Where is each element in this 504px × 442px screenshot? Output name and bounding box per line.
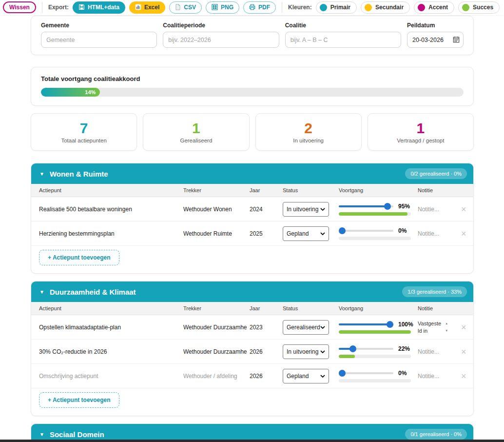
- add-actiepunt-button[interactable]: + Actiepunt toevoegen: [39, 392, 119, 408]
- col-header-trekker: Trekker: [183, 305, 250, 311]
- progress-percent-label: 95%: [398, 203, 410, 210]
- succes-label: Succes: [473, 4, 493, 11]
- wissen-button[interactable]: Wissen: [3, 1, 36, 13]
- jaar-cell[interactable]: 2026: [250, 373, 283, 380]
- section-header-duurzaamheid[interactable]: ▼ Duurzaamheid & Klimaat 1/3 gerealiseer…: [31, 281, 473, 302]
- chevron-down-icon: [320, 208, 325, 211]
- jaar-cell[interactable]: 2023: [250, 324, 283, 331]
- col-header-notitie: Notitie: [418, 305, 461, 311]
- export-pdf-label: PDF: [258, 4, 270, 10]
- slider-thumb[interactable]: [384, 203, 391, 210]
- export-pdf-button[interactable]: PDF: [243, 1, 276, 14]
- jaar-cell[interactable]: 2024: [250, 206, 283, 213]
- delete-row-button[interactable]: ×: [461, 323, 466, 332]
- coalitie-input[interactable]: [285, 32, 401, 48]
- toolbar-divider: [282, 2, 282, 13]
- notitie-input[interactable]: [418, 373, 453, 380]
- notitie-input[interactable]: [418, 230, 453, 237]
- voortgang-cell: 100%: [339, 321, 418, 334]
- stat-card-vertraagd: 1 Vertraagd / gestopt: [368, 113, 474, 151]
- status-value: In uitvoering: [287, 206, 318, 213]
- trekker-cell[interactable]: Wethouder Duurzaamhe: [183, 324, 250, 331]
- actiepunt-cell[interactable]: 30% CO₂-reductie in 2026: [39, 348, 183, 355]
- status-select[interactable]: Gepland: [283, 226, 329, 241]
- status-value: Gepland: [287, 230, 309, 237]
- notitie-textarea[interactable]: Vastgesteld in ▲▼: [418, 320, 461, 335]
- export-csv-button[interactable]: CSV: [169, 1, 202, 14]
- export-png-label: PNG: [221, 4, 233, 10]
- coalitieperiode-input[interactable]: [163, 32, 279, 48]
- calendar-icon[interactable]: [453, 36, 460, 45]
- actiepunt-cell[interactable]: Opstellen klimaatadaptatie-plan: [39, 324, 183, 331]
- export-label: Export:: [48, 4, 69, 11]
- kleuren-label: Kleuren:: [288, 4, 312, 11]
- delete-row-button[interactable]: ×: [461, 229, 466, 238]
- actiepunt-cell[interactable]: Herziening bestemmingsplan: [39, 230, 183, 237]
- slider-thumb[interactable]: [387, 321, 393, 328]
- slider-thumb[interactable]: [349, 345, 356, 352]
- status-select[interactable]: In uitvoering: [283, 344, 329, 359]
- section-header-wonen[interactable]: ▼ Wonen & Ruimte 0/2 gerealiseerd · 0%: [31, 163, 473, 184]
- collapse-triangle-icon: ▼: [39, 432, 44, 437]
- export-html-button[interactable]: HTML+data: [73, 1, 125, 14]
- progress-slider[interactable]: [339, 370, 393, 377]
- total-progress-title: Totale voortgang coalitieakkoord: [41, 75, 464, 82]
- slider-thumb[interactable]: [339, 227, 346, 234]
- color-swatch-primair[interactable]: Primair: [316, 1, 357, 14]
- trekker-cell[interactable]: Wethouder Wonen: [183, 206, 250, 213]
- actiepunt-cell[interactable]: Realisatie 500 betaalbare woningen: [39, 206, 183, 213]
- trekker-cell[interactable]: Wethouder / afdeling: [183, 373, 250, 380]
- scroll-up-icon[interactable]: ▲: [445, 322, 448, 325]
- peildatum-field-group: Peildatum: [407, 22, 464, 48]
- status-select[interactable]: Gepland: [283, 369, 329, 383]
- coalitie-field-group: Coalitie: [285, 22, 401, 48]
- col-header-trekker: Trekker: [183, 187, 250, 193]
- slider-thumb[interactable]: [339, 370, 346, 377]
- voortgang-cell: 0%: [339, 227, 418, 240]
- progress-slider[interactable]: [339, 321, 393, 328]
- export-html-label: HTML+data: [88, 4, 119, 10]
- trekker-cell[interactable]: Wethouder Duurzaamhe: [183, 348, 250, 355]
- table-header-row: Actiepunt Trekker Jaar Status Voortgang …: [31, 302, 473, 315]
- color-swatch-accent[interactable]: Accent: [414, 1, 454, 14]
- scroll-down-icon[interactable]: ▼: [445, 329, 448, 333]
- progress-percent-label: 100%: [398, 321, 413, 328]
- bar-chart-icon: [135, 4, 141, 11]
- color-swatch-secundair[interactable]: Secundair: [361, 1, 410, 14]
- delete-row-button[interactable]: ×: [461, 205, 466, 214]
- progress-slider[interactable]: [339, 345, 393, 352]
- jaar-cell[interactable]: 2025: [250, 230, 283, 237]
- gemeente-input[interactable]: [41, 32, 157, 48]
- stat-card-in-uitvoering: 2 In uitvoering: [255, 113, 362, 151]
- printer-icon: [249, 4, 255, 11]
- progress-slider[interactable]: [339, 227, 393, 234]
- textarea-scrollbar[interactable]: ▲▼: [445, 322, 448, 333]
- stat-card-totaal: 7 Totaal actiepunten: [31, 113, 137, 151]
- voortgang-cell: 95%: [339, 203, 418, 216]
- col-header-voortgang: Voortgang: [339, 187, 418, 193]
- add-actiepunt-button[interactable]: + Actiepunt toevoegen: [39, 250, 119, 265]
- col-header-jaar: Jaar: [250, 187, 283, 193]
- status-select[interactable]: Gerealiseerd: [283, 320, 329, 335]
- stat-card-gerealiseerd: 1 Gerealiseerd: [143, 113, 249, 151]
- section-progress-badge: 0/2 gerealiseerd · 0%: [405, 168, 467, 179]
- export-png-button[interactable]: PNG: [206, 1, 239, 14]
- jaar-cell[interactable]: 2026: [250, 348, 283, 355]
- stat-value: 1: [148, 120, 244, 136]
- notitie-input[interactable]: [418, 206, 453, 213]
- actiepunt-cell[interactable]: Omschrijving actiepunt: [39, 373, 183, 380]
- progress-slider[interactable]: [339, 203, 393, 210]
- section-title: Duurzaamheid & Klimaat: [50, 288, 136, 296]
- section-title: Sociaal Domein: [50, 430, 104, 439]
- notitie-input[interactable]: [418, 348, 453, 355]
- trekker-cell[interactable]: Wethouder Ruimte: [183, 230, 250, 237]
- voortgang-cell: 22%: [339, 345, 418, 358]
- color-swatch-succes[interactable]: Succes: [458, 1, 500, 14]
- delete-row-button[interactable]: ×: [461, 372, 466, 381]
- export-excel-button[interactable]: Excel: [129, 1, 165, 14]
- coalitieperiode-label: Coalitieperiode: [163, 22, 279, 29]
- chevron-down-icon: [320, 350, 325, 353]
- status-select[interactable]: In uitvoering: [283, 202, 329, 217]
- delete-row-button[interactable]: ×: [461, 347, 466, 356]
- primair-label: Primair: [330, 4, 350, 11]
